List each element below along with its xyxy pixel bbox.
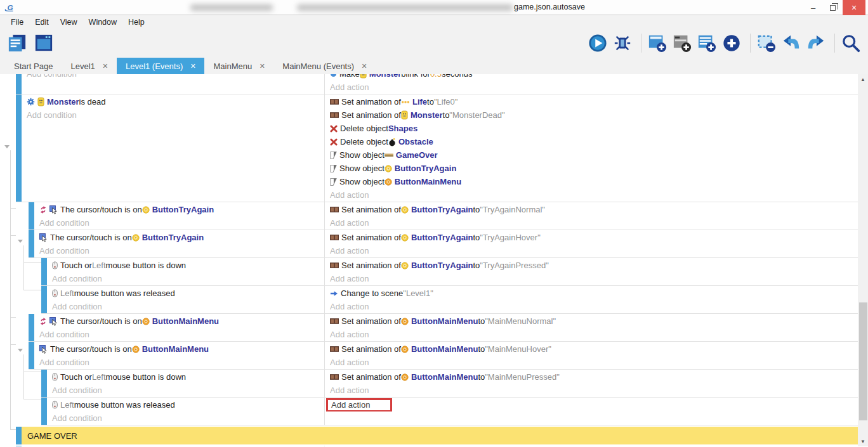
tab-close-icon[interactable]: ×	[103, 62, 108, 70]
event-row[interactable]: Touch or Left mouse button is downAdd co…	[0, 370, 858, 398]
add-action-button[interactable]: Add action	[325, 328, 858, 341]
action[interactable]: Set animation of Life to "Life0"	[325, 95, 858, 108]
vertical-scrollbar[interactable]: ▲ ▼	[858, 74, 868, 446]
event-row[interactable]: Left mouse button was releasedAdd condit…	[0, 286, 858, 314]
menu-help[interactable]: Help	[122, 18, 150, 27]
restore-button[interactable]	[823, 0, 843, 15]
action[interactable]: Set animation of ButtonTryAgain to "TryA…	[325, 203, 858, 216]
condition[interactable]: The cursor/touch is on ButtonMainMenu	[34, 342, 324, 356]
actions-cell[interactable]: Set animation of Life to "Life0"Set anim…	[324, 94, 858, 202]
menu-window[interactable]: Window	[83, 18, 122, 27]
conditions-cell[interactable]: The cursor/touch is on ButtonTryAgainAdd…	[34, 202, 324, 230]
event-row[interactable]: Monster is deadAdd conditionSet animatio…	[0, 94, 858, 202]
condition[interactable]: The cursor/touch is on ButtonTryAgain	[34, 203, 324, 216]
condition[interactable]: The cursor/touch is on ButtonTryAgain	[34, 231, 324, 244]
comment-event[interactable]: GAME OVER	[0, 427, 858, 444]
add-action-button[interactable]: Add action	[325, 384, 858, 397]
redo-button[interactable]	[806, 32, 828, 54]
add-subevent-button[interactable]	[673, 32, 694, 54]
add-action-highlighted[interactable]: Add action	[325, 398, 858, 411]
action[interactable]: Change to scene "Level1"	[325, 287, 858, 300]
action[interactable]: Set animation of ButtonTryAgain to "TryA…	[325, 231, 858, 244]
condition[interactable]: Left mouse button was released	[47, 287, 324, 300]
conditions-cell[interactable]: Left mouse button was releasedAdd condit…	[47, 398, 324, 425]
actions-cell[interactable]: Set animation of ButtonMainMenu to "Main…	[324, 314, 858, 342]
add-condition-button[interactable]: Add condition	[34, 244, 324, 257]
add-condition-button[interactable]: Add condition	[22, 74, 324, 81]
add-new-event-button[interactable]	[722, 32, 744, 54]
debug-button[interactable]	[613, 32, 635, 54]
conditions-cell[interactable]: The cursor/touch is on ButtonMainMenuAdd…	[34, 314, 324, 342]
actions-cell[interactable]: Add action	[324, 398, 858, 425]
add-action-button[interactable]: Add action	[326, 398, 392, 411]
action[interactable]: Make Monster blink for 0.5 seconds	[325, 74, 858, 81]
tab-level1[interactable]: Level1×	[62, 58, 117, 74]
actions-cell[interactable]: Change to scene "Level1"Add action	[324, 286, 858, 314]
tab-mainmenu-events[interactable]: MainMenu (Events)×	[273, 58, 376, 74]
add-action-button[interactable]: Add action	[325, 272, 858, 285]
add-condition-button[interactable]: Add condition	[34, 356, 324, 369]
condition[interactable]: Monster is dead	[22, 95, 324, 108]
delete-selection-button[interactable]	[757, 32, 779, 54]
actions-cell[interactable]: Set animation of ButtonTryAgain to "TryA…	[324, 202, 858, 230]
condition[interactable]: Touch or Left mouse button is down	[47, 259, 324, 272]
add-action-button[interactable]: Add action	[325, 300, 858, 313]
event-row[interactable]: The cursor/touch is on ButtonMainMenuAdd…	[0, 342, 858, 370]
scroll-up-arrow-icon[interactable]: ▲	[858, 74, 868, 84]
event-row[interactable]: The cursor/touch is on ButtonMainMenuAdd…	[0, 314, 858, 342]
scroll-down-arrow-icon[interactable]: ▼	[858, 436, 868, 446]
menu-file[interactable]: File	[5, 18, 29, 27]
action[interactable]: Set animation of ButtonMainMenu to "Main…	[325, 370, 858, 384]
tab-level1-events[interactable]: Level1 (Events)×	[117, 58, 205, 74]
event-row[interactable]: Add conditionMake Monster blink for 0.5 …	[0, 74, 858, 94]
comment-text[interactable]: GAME OVER	[22, 427, 858, 444]
action[interactable]: Delete object Obstacle	[325, 135, 858, 148]
add-comment-button[interactable]	[697, 32, 719, 54]
actions-cell[interactable]: Set animation of ButtonTryAgain to "TryA…	[324, 230, 858, 258]
condition[interactable]: Left mouse button was released	[47, 398, 324, 411]
event-row[interactable]: The cursor/touch is on ButtonTryAgainAdd…	[0, 230, 858, 258]
tab-close-icon[interactable]: ×	[260, 62, 265, 70]
action[interactable]: Delete object Shapes	[325, 122, 858, 135]
action[interactable]: Set animation of ButtonTryAgain to "TryA…	[325, 259, 858, 272]
condition[interactable]: Touch or Left mouse button is down	[47, 370, 324, 384]
scene-editor-button[interactable]	[34, 32, 56, 54]
add-event-button[interactable]	[648, 32, 669, 54]
project-manager-button[interactable]	[8, 32, 29, 54]
add-condition-button[interactable]: Add condition	[47, 384, 324, 397]
add-action-button[interactable]: Add action	[325, 216, 858, 230]
add-action-button[interactable]: Add action	[325, 356, 858, 369]
action[interactable]: Set animation of ButtonMainMenu to "Main…	[325, 342, 858, 356]
search-button[interactable]	[841, 32, 863, 54]
menu-edit[interactable]: Edit	[29, 18, 55, 27]
tab-close-icon[interactable]: ×	[190, 62, 195, 70]
add-condition-button[interactable]: Add condition	[34, 328, 324, 341]
action[interactable]: Show object ButtonTryAgain	[325, 162, 858, 175]
action[interactable]: Show object GameOver	[325, 148, 858, 162]
actions-cell[interactable]: Set animation of ButtonMainMenu to "Main…	[324, 342, 858, 370]
action[interactable]: Set animation of ButtonMainMenu to "Main…	[325, 314, 858, 328]
event-row[interactable]: The cursor/touch is on ButtonTryAgainAdd…	[0, 202, 858, 230]
actions-cell[interactable]: Set animation of ButtonTryAgain to "TryA…	[324, 258, 858, 286]
add-condition-button[interactable]: Add condition	[47, 272, 324, 285]
add-condition-button[interactable]: Add condition	[47, 300, 324, 313]
conditions-cell[interactable]: The cursor/touch is on ButtonMainMenuAdd…	[34, 342, 324, 370]
conditions-cell[interactable]: Left mouse button was releasedAdd condit…	[47, 286, 324, 314]
close-button[interactable]: ×	[843, 0, 865, 15]
add-action-button[interactable]: Add action	[325, 244, 858, 257]
menu-view[interactable]: View	[55, 18, 83, 27]
add-condition-button[interactable]: Add condition	[34, 216, 324, 230]
tab-mainmenu[interactable]: MainMenu×	[204, 58, 273, 74]
action[interactable]: Set animation of Monster to "MonsterDead…	[325, 108, 858, 122]
event-row[interactable]: Touch or Left mouse button is downAdd co…	[0, 258, 858, 286]
add-condition-button[interactable]: Add condition	[47, 411, 324, 425]
tab-start-page[interactable]: Start Page	[5, 58, 62, 74]
actions-cell[interactable]: Make Monster blink for 0.5 secondsAdd ac…	[324, 74, 858, 94]
conditions-cell[interactable]: Touch or Left mouse button is downAdd co…	[47, 370, 324, 398]
preview-button[interactable]	[588, 32, 610, 54]
event-row[interactable]: Left mouse button was releasedAdd condit…	[0, 398, 858, 425]
minimize-button[interactable]: –	[803, 0, 823, 15]
add-condition-button[interactable]: Add condition	[22, 108, 324, 122]
tab-close-icon[interactable]: ×	[362, 62, 367, 70]
scrollbar-thumb[interactable]	[859, 302, 867, 420]
